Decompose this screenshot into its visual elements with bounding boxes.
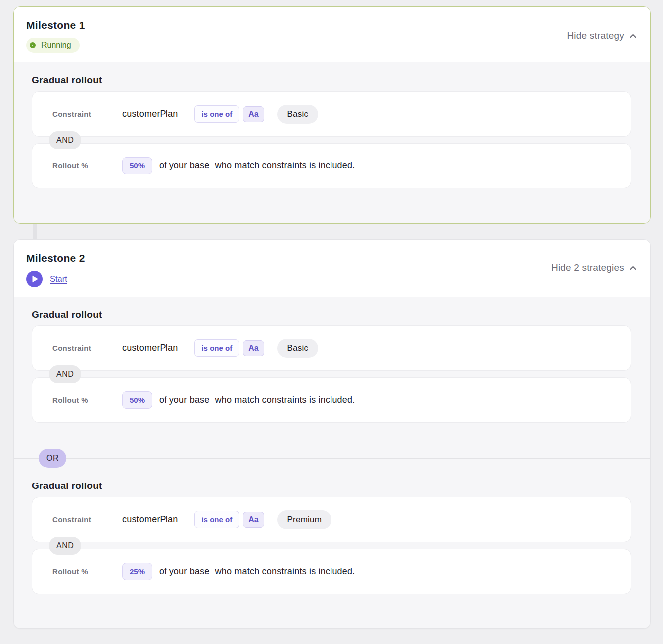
strategy-title: Gradual rollout [32, 480, 631, 492]
constraint-label: Constraint [52, 344, 122, 352]
milestone-2-card: Milestone 2 Start Hide 2 strategies Grad… [13, 239, 651, 629]
rollout-row: Rollout % 50% of your base who match con… [32, 377, 631, 423]
strategy-block: Gradual rollout Constraint customerPlan … [32, 74, 631, 188]
constraint-row: Constraint customerPlan is one of Aa Bas… [32, 325, 631, 371]
constraint-value-chip: Basic [277, 105, 319, 124]
rollout-percentage-badge: 50% [122, 391, 152, 409]
rollout-text-after: who match constraints is included. [215, 566, 355, 577]
running-status-badge: Running [26, 38, 80, 53]
start-milestone-button[interactable] [26, 271, 43, 287]
case-sensitivity-badge: Aa [243, 340, 264, 356]
constraint-value-chip: Premium [277, 510, 332, 529]
milestone-1-header: Milestone 1 Running Hide strategy [14, 7, 650, 62]
play-icon [26, 271, 43, 287]
milestone-2-strategies: Gradual rollout Constraint customerPlan … [14, 297, 650, 628]
milestone-2-header-left: Milestone 2 Start [26, 252, 85, 287]
rollout-percentage-badge: 25% [122, 563, 152, 580]
rollout-label: Rollout % [52, 567, 122, 576]
chevron-up-icon [629, 32, 637, 40]
rollout-row: Rollout % 25% of your base who match con… [32, 549, 631, 594]
hide-strategies-toggle[interactable]: Hide 2 strategies [551, 262, 637, 273]
case-sensitivity-badge: Aa [243, 512, 264, 528]
or-divider: OR [14, 449, 650, 469]
release-plan: Milestone 1 Running Hide strategy Gradua… [13, 6, 651, 629]
and-pill: AND [49, 537, 81, 555]
or-pill: OR [39, 449, 66, 468]
hide-strategy-toggle[interactable]: Hide strategy [567, 30, 637, 41]
rollout-label: Rollout % [52, 161, 122, 170]
milestone-connector-line [33, 224, 37, 239]
rollout-label: Rollout % [52, 396, 122, 404]
running-status-label: Running [41, 41, 71, 50]
rollout-percentage-badge: 50% [122, 157, 152, 174]
operator-badge: is one of [194, 511, 239, 528]
constraint-field-name: customerPlan [122, 343, 178, 353]
hide-strategies-label: Hide 2 strategies [551, 262, 624, 273]
milestone-1-card: Milestone 1 Running Hide strategy Gradua… [13, 6, 651, 224]
rollout-text-before: of your base [159, 395, 209, 405]
rollout-text-after: who match constraints is included. [215, 395, 355, 405]
milestone-1-header-left: Milestone 1 Running [26, 19, 85, 53]
milestone-2-header: Milestone 2 Start Hide 2 strategies [14, 240, 650, 297]
operator-badge: is one of [194, 105, 239, 123]
strategy-block: Gradual rollout Constraint customerPlan … [32, 309, 631, 423]
milestone-2-title: Milestone 2 [26, 252, 85, 264]
milestone-1-strategies: Gradual rollout Constraint customerPlan … [14, 62, 650, 223]
rollout-row: Rollout % 50% of your base who match con… [32, 143, 631, 188]
case-sensitivity-badge: Aa [243, 106, 264, 122]
constraint-field-name: customerPlan [122, 109, 178, 119]
rollout-text-after: who match constraints is included. [215, 161, 355, 171]
rollout-text-before: of your base [159, 566, 209, 577]
constraint-field-name: customerPlan [122, 514, 178, 525]
start-link[interactable]: Start [50, 274, 67, 284]
constraint-label: Constraint [52, 515, 122, 524]
rollout-text-before: of your base [159, 161, 209, 171]
and-connector: AND [32, 542, 631, 549]
operator-badge: is one of [194, 339, 239, 357]
or-divider-line [14, 458, 650, 459]
start-row: Start [26, 271, 85, 287]
and-connector: AND [32, 371, 631, 377]
and-connector: AND [32, 137, 631, 143]
constraint-value-chip: Basic [277, 339, 319, 358]
constraint-row: Constraint customerPlan is one of Aa Pre… [32, 497, 631, 542]
running-ring-icon [30, 42, 36, 48]
milestone-1-title: Milestone 1 [26, 19, 85, 31]
strategy-block: Gradual rollout Constraint customerPlan … [32, 480, 631, 594]
constraint-label: Constraint [52, 110, 122, 118]
chevron-up-icon [629, 264, 637, 272]
hide-strategy-label: Hide strategy [567, 30, 624, 41]
strategy-title: Gradual rollout [32, 74, 631, 86]
constraint-row: Constraint customerPlan is one of Aa Bas… [32, 91, 631, 137]
and-pill: AND [49, 131, 81, 149]
strategy-title: Gradual rollout [32, 309, 631, 321]
and-pill: AND [49, 365, 81, 383]
